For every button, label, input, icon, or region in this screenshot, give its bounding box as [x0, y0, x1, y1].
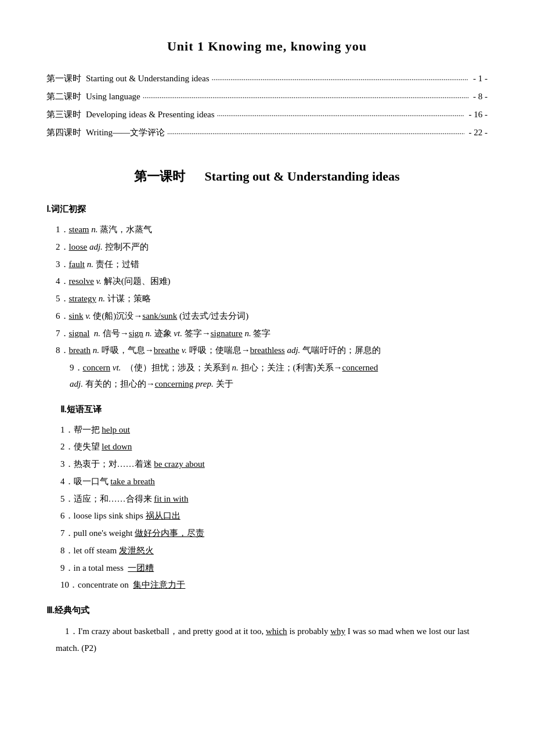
- lesson1-title-en: Starting out & Understanding ideas: [204, 169, 399, 183]
- toc-label-1: 第一课时: [46, 70, 86, 87]
- toc-section: 第一课时 Starting out & Understanding ideas …: [46, 70, 488, 142]
- vocab-item-1: 1．steam n. 蒸汽，水蒸气: [56, 222, 488, 238]
- toc-page-1: - 1 -: [471, 70, 488, 87]
- phrase-list: 1．帮一把 help out 2．使失望 let down 3．热衷于；对……着…: [60, 422, 488, 594]
- section1: Ⅰ.词汇初探 1．steam n. 蒸汽，水蒸气 2．loose adj. 控制…: [46, 201, 488, 393]
- phrase-item-6: 6．loose lips sink ships 祸从口出: [60, 508, 488, 524]
- toc-page-4: - 22 -: [467, 124, 488, 141]
- vocab-item-6: 6．sink v. 使(船)沉没→sank/sunk (过去式/过去分词): [56, 308, 488, 325]
- toc-title-4: Writing——文学评论: [86, 124, 165, 141]
- phrase-en-3: be crazy about: [154, 459, 204, 469]
- section2: Ⅱ.短语互译 1．帮一把 help out 2．使失望 let down 3．热…: [46, 402, 488, 594]
- lesson1-title-cn: 第一课时: [134, 169, 185, 183]
- vocab-item-3: 3．fault n. 责任；过错: [56, 257, 488, 273]
- section2-heading: Ⅱ.短语互译: [60, 402, 488, 417]
- toc-label-3: 第三课时: [46, 106, 86, 123]
- phrase-item-2: 2．使失望 let down: [60, 439, 488, 455]
- phrase-en-2: let down: [102, 442, 132, 451]
- phrase-en-5: fit in with: [154, 494, 188, 503]
- section3-heading: Ⅲ.经典句式: [46, 603, 488, 618]
- toc-title-2: Using language: [86, 88, 140, 105]
- vocab-en-6: sink: [69, 311, 84, 321]
- vocab-item-2: 2．loose adj. 控制不严的: [56, 239, 488, 255]
- phrase-item-3: 3．热衷于；对……着迷 be crazy about: [60, 456, 488, 473]
- phrase-cn-7: 做好分内事，尽责: [135, 528, 204, 538]
- phrase-item-1: 1．帮一把 help out: [60, 422, 488, 438]
- vocab-en-7: signal: [69, 329, 90, 338]
- vocab-en-3: fault: [69, 260, 85, 269]
- vocab-en-2: loose: [69, 242, 88, 251]
- vocab-item-9: 9．concern vt. （使）担忧；涉及；关系到 n. 担心；关注；(利害)…: [70, 360, 488, 393]
- section1-heading: Ⅰ.词汇初探: [46, 201, 488, 217]
- toc-page-2: - 8 -: [471, 88, 488, 105]
- phrase-en-1: help out: [102, 425, 130, 434]
- vocab-item-7: 7．signal n. 信号→sign n. 迹象 vt. 签字→signatu…: [56, 326, 488, 342]
- vocab-item-8: 8．breath n. 呼吸，气息→breathe v. 呼吸；使喘息→brea…: [56, 343, 488, 359]
- phrase-item-4: 4．吸一口气 take a breath: [60, 474, 488, 490]
- toc-dots-1: [211, 69, 468, 87]
- lesson1-title: 第一课时 Starting out & Understanding ideas: [46, 165, 488, 188]
- vocab-en-8: breath: [69, 345, 91, 355]
- phrase-cn-8: 发泄怒火: [119, 546, 154, 555]
- vocab-item-4: 4．resolve v. 解决(问题、困难): [56, 273, 488, 290]
- toc-dots-3: [217, 105, 464, 123]
- phrase-item-8: 8．let off steam 发泄怒火: [60, 543, 488, 559]
- phrase-item-9: 9．in a total mess 一团糟: [60, 560, 488, 577]
- unit-title: Unit 1 Knowing me, knowing you: [46, 35, 488, 58]
- phrase-cn-9: 一团糟: [128, 563, 154, 573]
- sentence-1: 1．I'm crazy about basketball，and pretty …: [56, 623, 488, 656]
- phrase-en-4: take a breath: [110, 477, 155, 486]
- vocab-en-1: steam: [69, 225, 89, 234]
- toc-title-3: Developing ideas & Presenting ideas: [86, 106, 215, 123]
- vocab-item-5: 5．strategy n. 计谋；策略: [56, 291, 488, 307]
- toc-label-4: 第四课时: [46, 124, 86, 141]
- toc-title-1: Starting out & Understanding ideas: [86, 70, 209, 87]
- phrase-cn-6: 祸从口出: [146, 511, 181, 520]
- phrase-item-10: 10．concentrate on 集中注意力于: [60, 577, 488, 593]
- section3: Ⅲ.经典句式 1．I'm crazy about basketball，and …: [46, 603, 488, 656]
- toc-dots-2: [143, 87, 468, 105]
- phrase-item-5: 5．适应；和……合得来 fit in with: [60, 491, 488, 507]
- vocab-en-5: strategy: [69, 294, 96, 303]
- vocab-en-9: concern: [83, 363, 110, 372]
- vocab-en-4: resolve: [69, 276, 94, 286]
- toc-page-3: - 16 -: [467, 106, 488, 123]
- vocab-list: 1．steam n. 蒸汽，水蒸气 2．loose adj. 控制不严的 3．f…: [56, 222, 488, 393]
- phrase-item-7: 7．pull one's weight 做好分内事，尽责: [60, 525, 488, 542]
- toc-label-2: 第二课时: [46, 88, 86, 105]
- phrase-cn-10: 集中注意力于: [133, 580, 185, 589]
- toc-dots-4: [167, 123, 464, 141]
